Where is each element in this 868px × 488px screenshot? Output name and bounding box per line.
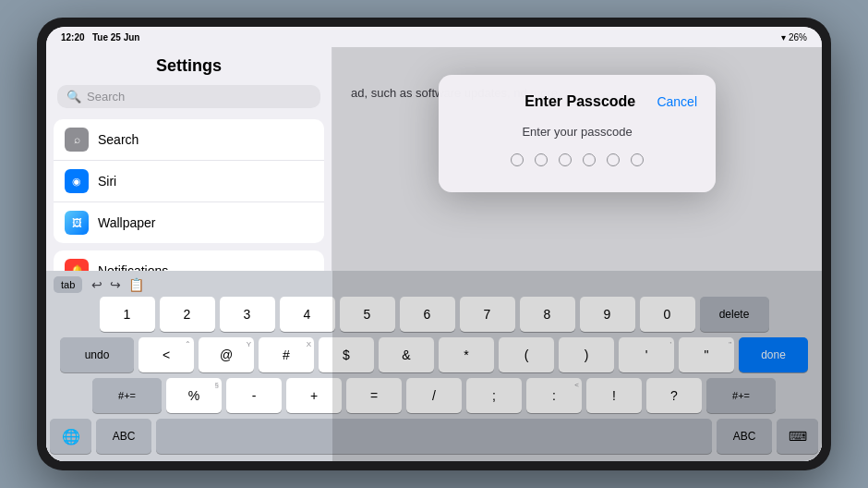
passcode-dot-4 <box>583 153 596 166</box>
settings-item-wallpaper[interactable]: 🖼 Wallpaper <box>54 202 324 243</box>
status-right: ▾ 26% <box>781 32 807 43</box>
modal-subtitle: Enter your passcode <box>457 125 697 139</box>
settings-item-search[interactable]: ⌕ Search <box>54 119 324 161</box>
wifi-icon: ▾ 26% <box>781 32 807 43</box>
status-time: 12:20 Tue 25 Jun <box>61 32 139 43</box>
redo-icon[interactable]: ↪ <box>110 277 121 292</box>
modal-title: Enter Passcode <box>503 93 657 110</box>
key-3[interactable]: 3 <box>220 297 275 332</box>
tab-key[interactable]: tab <box>54 276 82 293</box>
key-lt[interactable]: ⌃< <box>139 337 194 372</box>
search-item-label: Search <box>98 132 139 147</box>
toolbar-icons: ↩ ↪ 📋 <box>91 277 144 292</box>
key-1[interactable]: 1 <box>100 297 155 332</box>
enter-passcode-dialog: Enter Passcode Cancel Enter your passcod… <box>439 75 716 192</box>
status-bar: 12:20 Tue 25 Jun ▾ 26% <box>46 27 822 47</box>
abc-key-left[interactable]: ABC <box>96 419 151 454</box>
modal-header: Enter Passcode Cancel <box>457 93 697 110</box>
settings-item-siri[interactable]: ◉ Siri <box>54 161 324 202</box>
undo-icon[interactable]: ↩ <box>91 277 102 292</box>
key-4[interactable]: 4 <box>280 297 335 332</box>
passcode-dot-6 <box>631 153 644 166</box>
globe-key[interactable]: 🌐 <box>50 419 91 454</box>
passcode-dot-2 <box>535 153 548 166</box>
settings-search-bar[interactable]: 🔍 Search <box>46 81 332 112</box>
key-minus[interactable]: - <box>226 378 282 413</box>
ipad-screen: 12:20 Tue 25 Jun ▾ 26% Settings 🔍 Search <box>46 27 822 461</box>
shift-key-left[interactable]: #+= <box>92 378 162 413</box>
siri-item-label: Siri <box>98 174 116 189</box>
undo-key[interactable]: undo <box>60 337 134 372</box>
passcode-dot-1 <box>511 153 524 166</box>
paste-icon[interactable]: 📋 <box>128 277 144 292</box>
wallpaper-item-icon: 🖼 <box>65 211 89 235</box>
key-percent[interactable]: §% <box>166 378 222 413</box>
modal-overlay: Enter Passcode Cancel Enter your passcod… <box>332 47 822 461</box>
key-at[interactable]: Y@ <box>199 337 254 372</box>
modal-cancel-button[interactable]: Cancel <box>657 94 697 109</box>
search-icon: 🔍 <box>66 90 81 104</box>
search-item-icon: ⌕ <box>65 128 89 152</box>
passcode-dot-5 <box>607 153 620 166</box>
key-2[interactable]: 2 <box>160 297 215 332</box>
content-area: ad, such as software updates, nd more. ›… <box>332 47 822 461</box>
key-hash[interactable]: X# <box>259 337 314 372</box>
settings-title: Settings <box>46 47 332 81</box>
wallpaper-item-label: Wallpaper <box>98 215 156 230</box>
passcode-dot-3 <box>559 153 572 166</box>
ipad-frame: 12:20 Tue 25 Jun ▾ 26% Settings 🔍 Search <box>37 18 831 470</box>
settings-section-top: ⌕ Search ◉ Siri 🖼 <box>54 119 324 243</box>
passcode-dots <box>457 153 697 166</box>
siri-item-icon: ◉ <box>65 169 89 193</box>
